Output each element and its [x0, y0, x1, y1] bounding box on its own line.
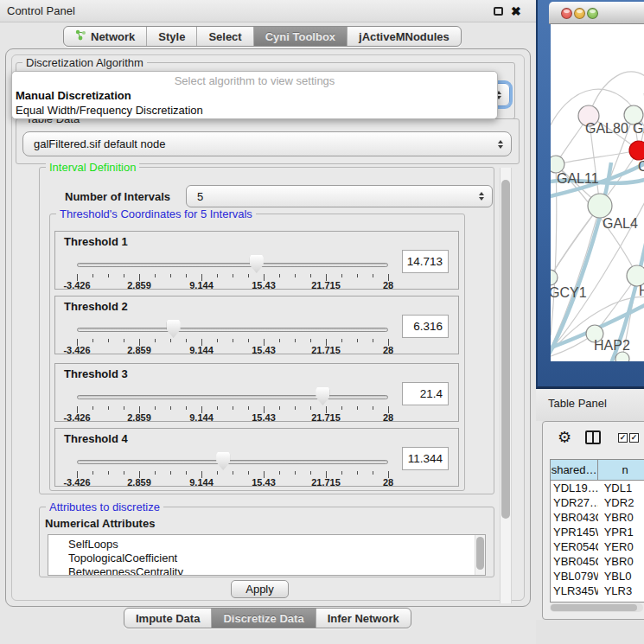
tab-impute-data[interactable]: Impute Data	[124, 609, 212, 628]
slider-tick	[233, 339, 233, 342]
table-cell: YLR345W	[551, 583, 598, 598]
close-traffic-light-icon[interactable]	[561, 8, 572, 19]
threshold-value-field[interactable]: 21.4	[402, 382, 449, 405]
slider-tick	[373, 274, 373, 277]
slider-tick	[217, 471, 218, 475]
network-edge[interactable]	[556, 150, 639, 164]
threshold-value-field[interactable]: 6.316	[402, 315, 449, 338]
table-cell: YLR3	[598, 583, 644, 598]
slider-track[interactable]	[77, 395, 388, 399]
slider-tick	[279, 471, 280, 475]
zoom-traffic-light-icon[interactable]	[587, 8, 598, 19]
slider-tick	[357, 339, 358, 342]
network-node[interactable]	[551, 270, 558, 285]
network-edge[interactable]	[551, 164, 557, 335]
tab-network[interactable]: Network	[64, 27, 147, 46]
table-cell: YPR145W	[551, 525, 598, 539]
slider-tick-labels: -3.4262.8599.14415.4321.71528	[77, 412, 388, 423]
slider-handle[interactable]	[167, 320, 181, 338]
table-cell: YDL1	[598, 481, 644, 495]
threshold-panel-3: Threshold 3-3.4262.8599.14415.4321.71528…	[54, 363, 459, 422]
network-icon	[75, 29, 86, 43]
table-hscrollbar-track[interactable]	[550, 603, 643, 612]
tab-label: Style	[158, 30, 185, 43]
slider-handle[interactable]	[216, 452, 230, 470]
tab-style[interactable]: Style	[147, 27, 197, 46]
table-row[interactable]: YBR045CYBR0	[551, 554, 644, 569]
table-row[interactable]: YDL19…YDL1	[551, 481, 644, 495]
close-icon[interactable]: ✖	[511, 3, 521, 20]
table-row[interactable]: YPR145WYPR1	[551, 525, 644, 539]
numerical-attributes-list[interactable]: SelfLoopsTopologicalCoefficientBetweenne…	[48, 534, 486, 576]
columns-icon[interactable]	[585, 430, 601, 444]
table-row[interactable]: YLR345WYLR3	[551, 583, 644, 598]
slider-tick	[108, 339, 109, 342]
threshold-value-field[interactable]: 11.344	[402, 447, 449, 470]
table-cell: YIL0	[598, 598, 644, 603]
slider-tick	[170, 274, 171, 277]
attribute-item-selfloops[interactable]: SelfLoops	[48, 535, 485, 552]
gear-icon[interactable]: ⚙	[558, 428, 571, 447]
slider-tick	[373, 471, 373, 475]
table-cell: YBR045C	[551, 554, 598, 569]
table-row[interactable]: YER054CYER0	[551, 539, 644, 554]
table-data-combo[interactable]: galFiltered.sif default node	[22, 131, 512, 156]
network-node[interactable]	[615, 352, 629, 361]
slider-handle[interactable]	[316, 387, 329, 405]
table-column-header-shared[interactable]: shared…	[551, 460, 598, 481]
threshold-label: Threshold 3	[64, 367, 128, 380]
control-panel-title: Control Panel	[7, 0, 75, 22]
popup-item-manual-discretization[interactable]: Manual Discretization	[16, 89, 131, 102]
checkbox-icon[interactable]: ✓	[629, 433, 639, 443]
tab-select[interactable]: Select	[197, 27, 253, 46]
network-graph[interactable]: GAL80GACGAL11GAL4GCY1HHAP2	[551, 24, 644, 361]
main-scrollbar-thumb[interactable]	[501, 180, 510, 519]
apply-button[interactable]: Apply	[231, 580, 289, 598]
table-column-header-n[interactable]: n	[598, 460, 644, 481]
attribute-item-betweennesscentrality[interactable]: BetweennessCentrality	[48, 565, 485, 576]
slider-tick	[279, 274, 280, 277]
table-cell: YER0	[598, 539, 644, 554]
network-window-titlebar[interactable]	[549, 2, 644, 24]
network-node[interactable]	[588, 194, 612, 218]
table-hscrollbar-thumb[interactable]	[551, 604, 637, 611]
tick-label: 28	[383, 280, 393, 290]
table-row[interactable]: YBL079WYBL0	[551, 569, 644, 583]
table-row[interactable]: YIL052CYIL0	[551, 598, 644, 603]
slider-track[interactable]	[77, 263, 388, 267]
table-cell: YDR27…	[551, 495, 598, 510]
popup-item-equal-width-frequency[interactable]: Equal Width/Frequency Discretization	[16, 104, 203, 117]
slider-tick	[295, 406, 296, 410]
slider-tick	[295, 471, 296, 475]
threshold-value-field[interactable]: 14.713	[402, 250, 449, 273]
tab-cyni-toolbox[interactable]: Cyni Toolbox	[254, 27, 348, 46]
tab-jactivemnodules[interactable]: jActiveMNodules	[348, 27, 461, 46]
number-of-intervals-combo[interactable]: 5	[186, 185, 493, 207]
slider-tick	[341, 274, 342, 277]
tab-discretize-data[interactable]: Discretize Data	[212, 609, 316, 628]
float-window-icon[interactable]	[494, 7, 503, 16]
slider-tick	[108, 471, 109, 475]
table-cell: YDL19…	[551, 481, 598, 495]
table-cell: YER054C	[551, 539, 598, 554]
slider-tick	[124, 471, 124, 475]
table-row[interactable]: YBR043CYBR0	[551, 510, 644, 525]
node-table[interactable]: shared…nYDL19…YDL1YDR27…YDR2YBR043CYBR0Y…	[550, 459, 644, 603]
network-node[interactable]	[629, 141, 644, 160]
tick-label: 9.144	[189, 412, 214, 423]
slider-track[interactable]	[77, 328, 388, 332]
network-node[interactable]	[551, 156, 564, 173]
tab-infer-network[interactable]: Infer Network	[316, 609, 411, 628]
slider-tick	[186, 471, 187, 475]
slider-tick	[124, 406, 124, 410]
table-row[interactable]: YDR27…YDR2	[551, 495, 644, 510]
checkbox-icon[interactable]: ✓	[618, 433, 628, 443]
slider-handle[interactable]	[250, 255, 264, 273]
network-canvas[interactable]: GAL80GACGAL11GAL4GCY1HHAP2	[551, 24, 644, 361]
minimize-traffic-light-icon[interactable]	[574, 8, 585, 19]
slider-track[interactable]	[77, 460, 388, 464]
list-scrollbar-thumb[interactable]	[476, 537, 484, 570]
tick-label: 15.43	[252, 477, 276, 488]
algorithm-popup: Select algorithm to view settings Manual…	[11, 71, 498, 119]
attribute-item-topologicalcoefficient[interactable]: TopologicalCoefficient	[48, 552, 485, 565]
